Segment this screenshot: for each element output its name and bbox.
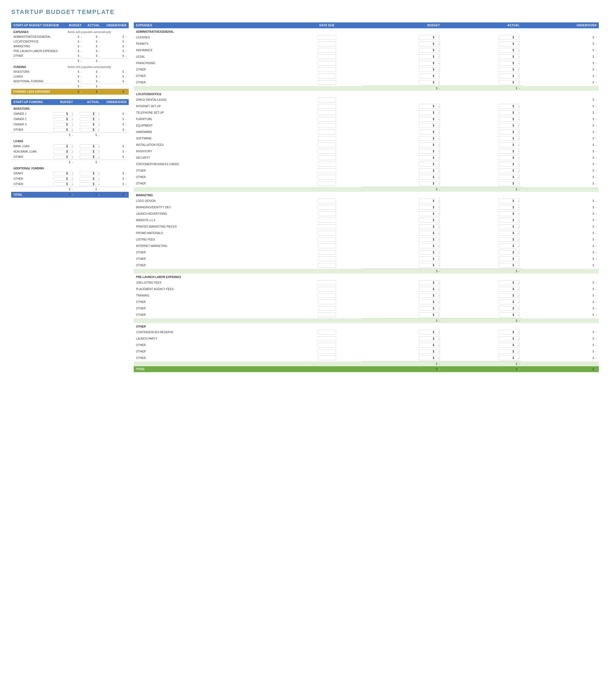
actual-input-2-9[interactable] xyxy=(499,256,519,261)
date-input-3-3[interactable] xyxy=(318,300,336,305)
date-input-1-4[interactable] xyxy=(318,123,336,128)
actual-input-1-9[interactable] xyxy=(499,155,519,160)
actual-input-2-8[interactable] xyxy=(499,250,519,255)
actual-input-4-2[interactable] xyxy=(499,343,519,347)
actual-input-0-3[interactable] xyxy=(499,54,519,59)
actual-input-1-10[interactable] xyxy=(499,162,519,167)
actual-input-3-1[interactable] xyxy=(499,287,519,292)
date-input-2-3[interactable] xyxy=(318,218,336,222)
date-input-3-5[interactable] xyxy=(318,312,336,317)
date-input-2-8[interactable] xyxy=(318,250,336,255)
budget-input-0-1[interactable] xyxy=(419,42,440,46)
actual-input-2-10[interactable] xyxy=(499,263,519,268)
actual-input-2-0[interactable] xyxy=(499,199,519,203)
actual-input-4-1[interactable] xyxy=(499,336,519,341)
budget-input-3-5[interactable] xyxy=(419,312,440,317)
budget-input-2-1[interactable] xyxy=(419,205,440,210)
date-input-0-0[interactable] xyxy=(318,35,336,40)
budget-input-3-3[interactable] xyxy=(419,300,440,305)
actual-input-0-2[interactable] xyxy=(499,48,519,53)
nonbank-loan-actual-input[interactable] xyxy=(80,150,99,153)
actual-input-2-5[interactable] xyxy=(499,231,519,235)
budget-input-3-1[interactable] xyxy=(419,287,440,292)
date-input-1-9[interactable] xyxy=(318,155,336,160)
budget-input-2-2[interactable] xyxy=(419,212,440,216)
owner1-actual-input[interactable] xyxy=(80,112,99,115)
budget-input-1-8[interactable] xyxy=(419,149,440,154)
budget-input-2-7[interactable] xyxy=(419,244,440,248)
actual-input-1-4[interactable] xyxy=(499,123,519,128)
actual-input-1-5[interactable] xyxy=(499,130,519,135)
budget-input-1-1[interactable] xyxy=(419,104,440,109)
budget-input-0-4[interactable] xyxy=(419,61,440,65)
actual-input-1-1[interactable] xyxy=(499,104,519,109)
date-input-2-0[interactable] xyxy=(318,199,336,203)
budget-input-1-12[interactable] xyxy=(419,175,440,180)
actual-input-4-3[interactable] xyxy=(499,349,519,354)
actual-input-1-6[interactable] xyxy=(499,136,519,141)
date-input-2-2[interactable] xyxy=(318,212,336,216)
actual-input-3-5[interactable] xyxy=(499,312,519,317)
actual-input-1-8[interactable] xyxy=(499,149,519,154)
actual-input-0-4[interactable] xyxy=(499,61,519,65)
date-input-1-13[interactable] xyxy=(318,181,336,186)
budget-input-1-7[interactable] xyxy=(419,142,440,147)
additional-other1-budget-input[interactable] xyxy=(53,177,73,181)
budget-input-0-2[interactable] xyxy=(419,48,440,53)
actual-input-1-13[interactable] xyxy=(499,181,519,186)
owner3-actual-input[interactable] xyxy=(80,123,99,126)
date-input-1-5[interactable] xyxy=(318,130,336,135)
budget-input-1-2[interactable] xyxy=(419,110,440,115)
actual-input-1-11[interactable] xyxy=(499,168,519,173)
budget-input-4-4[interactable] xyxy=(419,356,440,360)
date-input-0-6[interactable] xyxy=(318,74,336,78)
date-input-1-11[interactable] xyxy=(318,168,336,173)
date-input-3-2[interactable] xyxy=(318,293,336,298)
bank-loan-actual-input[interactable] xyxy=(80,144,99,148)
actual-input-4-0[interactable] xyxy=(499,330,519,335)
budget-input-1-6[interactable] xyxy=(419,136,440,141)
grant-actual-input[interactable] xyxy=(80,172,99,175)
date-input-1-8[interactable] xyxy=(318,149,336,154)
actual-input-2-1[interactable] xyxy=(499,205,519,210)
actual-input-0-6[interactable] xyxy=(499,74,519,78)
actual-input-2-3[interactable] xyxy=(499,218,519,222)
investor-other-actual-input[interactable] xyxy=(80,128,99,131)
actual-input-4-4[interactable] xyxy=(499,356,519,360)
actual-input-1-3[interactable] xyxy=(499,117,519,122)
budget-input-1-11[interactable] xyxy=(419,168,440,173)
budget-input-1-13[interactable] xyxy=(419,181,440,186)
budget-input-1-10[interactable] xyxy=(419,162,440,167)
owner2-actual-input[interactable] xyxy=(80,117,99,121)
budget-input-2-6[interactable] xyxy=(419,237,440,242)
actual-input-0-0[interactable] xyxy=(499,35,519,40)
actual-input-0-1[interactable] xyxy=(499,42,519,46)
owner3-budget-input[interactable] xyxy=(53,123,73,126)
date-input-1-12[interactable] xyxy=(318,175,336,180)
budget-input-2-9[interactable] xyxy=(419,256,440,261)
date-input-2-9[interactable] xyxy=(318,256,336,261)
date-input-0-1[interactable] xyxy=(318,42,336,46)
loan-other-actual-input[interactable] xyxy=(80,155,99,159)
date-input-4-2[interactable] xyxy=(318,343,336,347)
budget-input-4-3[interactable] xyxy=(419,349,440,354)
additional-other1-actual-input[interactable] xyxy=(80,177,99,181)
actual-input-2-2[interactable] xyxy=(499,212,519,216)
date-input-1-2[interactable] xyxy=(318,110,336,115)
budget-input-2-4[interactable] xyxy=(419,224,440,229)
owner1-budget-input[interactable] xyxy=(53,112,73,115)
date-input-0-4[interactable] xyxy=(318,61,336,65)
date-input-2-1[interactable] xyxy=(318,205,336,210)
date-input-3-4[interactable] xyxy=(318,306,336,311)
date-input-3-0[interactable] xyxy=(318,280,336,285)
bank-loan-budget-input[interactable] xyxy=(53,144,73,148)
budget-input-2-8[interactable] xyxy=(419,250,440,255)
actual-input-2-6[interactable] xyxy=(499,237,519,242)
date-input-2-10[interactable] xyxy=(318,263,336,268)
actual-input-0-7[interactable] xyxy=(499,80,519,85)
actual-input-3-4[interactable] xyxy=(499,306,519,311)
budget-input-0-3[interactable] xyxy=(419,54,440,59)
actual-input-3-2[interactable] xyxy=(499,293,519,298)
date-input-2-5[interactable] xyxy=(318,231,336,235)
date-input-1-7[interactable] xyxy=(318,142,336,147)
